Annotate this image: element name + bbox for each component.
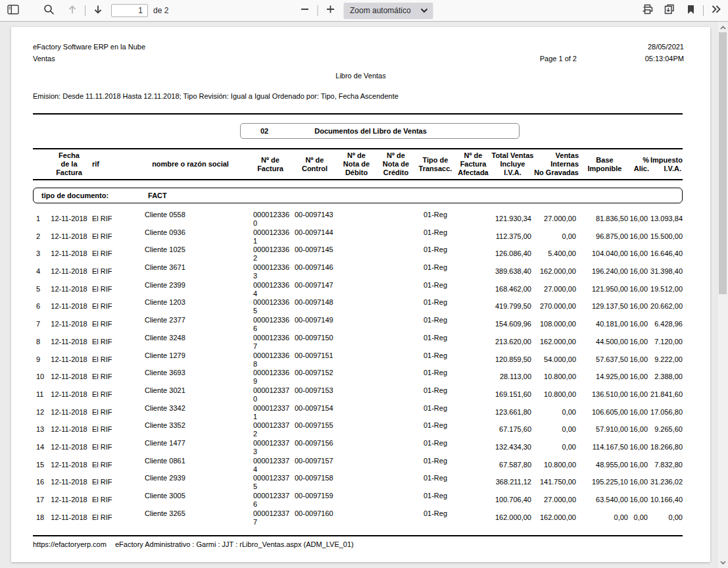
row-ventas-internas: 0,00: [534, 438, 580, 452]
row-factura: 000012336 8: [248, 351, 293, 369]
sidebar-toggle-button[interactable]: [4, 2, 22, 19]
row-tipo-transacc: 01-Reg: [416, 315, 455, 324]
row-factura: 000012337 6: [248, 491, 293, 509]
zoom-out-button[interactable]: [295, 2, 314, 19]
header-impuesto: Impuesto I.V.A.: [650, 156, 683, 173]
row-base-imponible: 14.925,00: [580, 368, 629, 381]
row-nota-credito: [376, 297, 416, 298]
report-page-label: Page 1 of 2: [540, 55, 577, 63]
row-nota-debito: [337, 509, 376, 509]
row-nombre: Cliente 3342: [133, 403, 248, 413]
row-fecha: 12-11-2018: [48, 263, 90, 276]
footer-info: eFactory Administrativo : Garmi : JJT : …: [115, 540, 354, 548]
row-tipo-transacc: 01-Reg: [416, 386, 455, 395]
row-base-imponible: 0,00: [580, 509, 629, 522]
save-button[interactable]: [660, 2, 679, 19]
row-nota-debito: [337, 210, 376, 211]
row-fecha: 12-11-2018: [48, 315, 90, 328]
row-total-ventas: 112.375,00: [491, 228, 534, 241]
search-button[interactable]: [39, 2, 58, 19]
row-base-imponible: 104.040,00: [580, 245, 629, 258]
row-rif: El RIF: [90, 297, 133, 311]
row-tipo-transacc: 01-Reg: [416, 228, 455, 237]
row-control: 00-0097149: [293, 315, 337, 324]
next-page-button[interactable]: [89, 2, 107, 19]
row-base-imponible: 196.240,00: [580, 263, 629, 276]
row-base-imponible: 114.167,50: [580, 438, 629, 452]
row-alic: 16,00: [629, 403, 650, 417]
scroll-down-arrow-icon[interactable]: [717, 557, 728, 567]
row-nota-credito: [376, 456, 416, 457]
table-row: 212-11-2018El RIFCliente 0936000012336 1…: [33, 228, 683, 245]
scrollbar-thumb[interactable]: [719, 32, 727, 294]
table-row: 1612-11-2018El RIFCliente 2939000012337 …: [33, 473, 683, 491]
plus-icon: [326, 5, 335, 16]
row-impuesto: 18.266,80: [650, 438, 683, 452]
row-nota-debito: [337, 351, 376, 351]
row-base-imponible: 195.225,10: [580, 473, 629, 486]
row-nota-debito: [337, 456, 376, 457]
row-alic: 16,00: [629, 280, 650, 294]
row-impuesto: 9.265,60: [650, 421, 683, 434]
header-nota-debito: Nº de Nota de Débito: [337, 151, 376, 177]
row-factura-afectada: [455, 228, 491, 228]
header-tipo-transacc: Tipo de Transacc.: [416, 156, 455, 173]
row-fecha: 12-11-2018: [48, 438, 90, 452]
save-icon: [664, 4, 675, 17]
report-time: 05:13:04PM: [645, 55, 684, 63]
document-page: eFactory Software ERP en la Nube 28/05/2…: [11, 27, 710, 562]
row-factura-afectada: [455, 491, 491, 492]
row-nombre: Cliente 3021: [133, 386, 248, 395]
row-rif: El RIF: [90, 351, 133, 364]
row-ventas-internas: 108.000,00: [534, 315, 580, 328]
row-fecha: 12-11-2018: [48, 297, 90, 311]
row-alic: 16,00: [629, 368, 650, 381]
row-nombre: Cliente 3671: [133, 263, 248, 272]
table-row: 112-11-2018El RIFCliente 0558000012336 0…: [33, 210, 683, 228]
row-total-ventas: 169.151,60: [491, 386, 534, 399]
arrow-up-icon: [68, 5, 77, 17]
scroll-up-arrow-icon[interactable]: [717, 22, 728, 32]
print-button[interactable]: [638, 2, 656, 19]
row-fecha: 12-11-2018: [48, 333, 90, 346]
row-rif: El RIF: [90, 491, 133, 504]
row-nombre: Cliente 3693: [133, 368, 248, 377]
row-factura: 000012336 0: [248, 210, 293, 228]
row-nota-debito: [337, 315, 376, 316]
header-control: Nº de Control: [293, 156, 337, 173]
row-factura-afectada: [455, 263, 491, 263]
row-tipo-transacc: 01-Reg: [416, 368, 455, 377]
previous-page-button[interactable]: [63, 2, 82, 19]
row-impuesto: 0,00: [650, 509, 683, 522]
row-nota-debito: [337, 491, 376, 492]
row-base-imponible: 63.540,00: [580, 491, 629, 504]
more-tools-button[interactable]: [707, 2, 725, 19]
table-row: 412-11-2018El RIFCliente 3671000012336 3…: [33, 263, 683, 280]
table-row: 1712-11-2018El RIFCliente 3005000012337 …: [33, 491, 683, 509]
bookmark-button[interactable]: [681, 2, 700, 19]
row-nota-credito: [376, 403, 416, 404]
toolbar-separator: [703, 5, 704, 16]
row-ventas-internas: 27.000,00: [534, 280, 580, 294]
zoom-level-dropdown[interactable]: Zoom automático: [343, 3, 433, 19]
row-control: 00-0097156: [293, 438, 337, 448]
row-rif: El RIF: [90, 315, 133, 328]
row-alic: 16,00: [629, 351, 650, 364]
row-fecha: 12-11-2018: [48, 421, 90, 434]
row-number: 18: [33, 509, 48, 522]
row-total-ventas: 368.211,12: [491, 473, 534, 486]
row-total-ventas: 123.661,80: [491, 403, 534, 417]
table-row: 612-11-2018El RIFCliente 1203000012336 5…: [33, 297, 683, 315]
row-ventas-internas: 0,00: [534, 403, 580, 417]
row-number: 14: [33, 438, 48, 452]
row-nombre: Cliente 0558: [133, 210, 248, 219]
search-icon: [43, 4, 55, 18]
row-alic: 16,00: [629, 333, 650, 346]
header-fecha: Fecha de la Factura: [48, 151, 90, 177]
row-fecha: 12-11-2018: [48, 473, 90, 486]
zoom-in-button[interactable]: [321, 2, 339, 19]
row-number: 8: [33, 333, 48, 346]
header-total-ventas: Total Ventas Incluye I.V.A.: [491, 151, 534, 177]
row-number: 4: [33, 263, 48, 276]
page-number-input[interactable]: [111, 4, 148, 17]
